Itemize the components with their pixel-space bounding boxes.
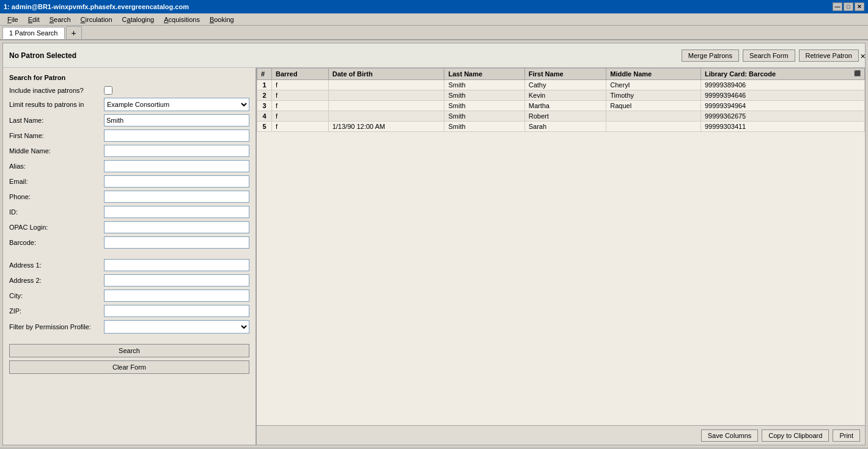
clear-form-button[interactable]: Clear Form xyxy=(9,360,249,374)
phone-label: Phone: xyxy=(9,193,104,200)
cell-last-name: Smith xyxy=(444,111,524,122)
middle-name-row: Middle Name: xyxy=(9,145,249,157)
col-num[interactable]: # xyxy=(257,68,272,80)
email-input[interactable] xyxy=(104,175,249,188)
address2-input[interactable] xyxy=(104,274,249,287)
middle-name-input[interactable] xyxy=(104,145,249,157)
patron-bar-buttons: Merge Patrons Search Form Retrieve Patro… xyxy=(682,49,859,62)
title-bar: 1: admin@BR1-winxpvmfx.phasefx.evergreen… xyxy=(0,0,868,13)
phone-input[interactable] xyxy=(104,191,249,203)
col-last-name[interactable]: Last Name xyxy=(444,68,524,80)
menu-file[interactable]: File xyxy=(2,15,23,24)
cell-barred: f xyxy=(272,111,329,122)
col-library-card[interactable]: Library Card: Barcode ⬛ xyxy=(701,68,864,80)
cell-last-name: Smith xyxy=(444,80,524,90)
table-row[interactable]: 2 f Smith Kevin Timothy 99999394646 xyxy=(257,90,865,101)
search-button[interactable]: Search xyxy=(9,344,249,357)
city-label: City: xyxy=(9,292,104,299)
menu-edit[interactable]: Edit xyxy=(23,15,45,24)
inactive-label: Include inactive patrons? xyxy=(9,87,104,94)
tab-add-button[interactable]: + xyxy=(66,26,82,39)
alias-row: Alias: xyxy=(9,160,249,172)
col-barred[interactable]: Barred xyxy=(272,68,329,80)
results-panel: # Barred Date of Birth Last Name First N… xyxy=(257,68,865,445)
cell-dob: 1/13/90 12:00 AM xyxy=(328,122,444,132)
menu-search[interactable]: Search xyxy=(45,15,76,24)
cell-middle-name: Raquel xyxy=(606,101,701,111)
email-label: Email: xyxy=(9,178,104,185)
last-name-label: Last Name: xyxy=(9,117,104,124)
alias-input[interactable] xyxy=(104,160,249,172)
barcode-row: Barcode: xyxy=(9,236,249,249)
city-row: City: xyxy=(9,290,249,302)
title-text: 1: admin@BR1-winxpvmfx.phasefx.evergreen… xyxy=(4,3,833,10)
col-middle-name[interactable]: Middle Name xyxy=(606,68,701,80)
patron-status: No Patron Selected xyxy=(9,51,682,60)
city-input[interactable] xyxy=(104,290,249,302)
table-row[interactable]: 3 f Smith Martha Raquel 99999394964 xyxy=(257,101,865,111)
table-row[interactable]: 5 f 1/13/90 12:00 AM Smith Sarah 9999930… xyxy=(257,122,865,132)
id-input[interactable] xyxy=(104,206,249,218)
menu-bar: File Edit Search Circulation Cataloging … xyxy=(0,13,868,26)
search-form-button[interactable]: Search Form xyxy=(743,49,795,62)
inactive-checkbox[interactable] xyxy=(104,86,112,95)
minimize-button[interactable]: — xyxy=(833,2,842,11)
limit-select[interactable]: Example Consortium xyxy=(104,98,249,111)
cell-barred: f xyxy=(272,101,329,111)
cell-middle-name: Cheryl xyxy=(606,80,701,90)
cell-num: 5 xyxy=(257,122,272,132)
first-name-label: First Name: xyxy=(9,132,104,139)
first-name-row: First Name: xyxy=(9,130,249,142)
table-row[interactable]: 4 f Smith Robert 99999362675 xyxy=(257,111,865,122)
cell-library-card: 99999362675 xyxy=(701,111,864,122)
cell-dob xyxy=(328,80,444,90)
cell-num: 4 xyxy=(257,111,272,122)
cell-last-name: Smith xyxy=(444,90,524,101)
menu-acquisitions[interactable]: Acquisitions xyxy=(159,15,205,24)
menu-booking[interactable]: Booking xyxy=(205,15,239,24)
print-button[interactable]: Print xyxy=(833,429,860,442)
cell-first-name: Sarah xyxy=(524,122,606,132)
address1-row: Address 1: xyxy=(9,259,249,271)
first-name-input[interactable] xyxy=(104,130,249,142)
results-tbody: 1 f Smith Cathy Cheryl 99999389406 2 f S… xyxy=(257,80,865,132)
retrieve-patron-button[interactable]: Retrieve Patron xyxy=(799,49,859,62)
last-name-input[interactable] xyxy=(104,114,249,126)
cell-library-card: 99999389406 xyxy=(701,80,864,90)
search-form-title: Search for Patron xyxy=(9,74,249,81)
merge-patrons-button[interactable]: Merge Patrons xyxy=(682,49,739,62)
close-icon[interactable]: ✕ xyxy=(860,53,866,60)
col-dob[interactable]: Date of Birth xyxy=(328,68,444,80)
menu-cataloging[interactable]: Cataloging xyxy=(117,15,160,24)
tab-patron-search[interactable]: 1 Patron Search xyxy=(2,27,65,39)
address2-row: Address 2: xyxy=(9,274,249,287)
table-row[interactable]: 1 f Smith Cathy Cheryl 99999389406 xyxy=(257,80,865,90)
col-first-name[interactable]: First Name xyxy=(524,68,606,80)
filter-select[interactable] xyxy=(104,320,249,334)
opac-login-label: OPAC Login: xyxy=(9,224,104,231)
opac-login-input[interactable] xyxy=(104,221,249,233)
cell-middle-name xyxy=(606,111,701,122)
cell-first-name: Martha xyxy=(524,101,606,111)
save-columns-button[interactable]: Save Columns xyxy=(701,429,759,442)
filter-label: Filter by Permission Profile: xyxy=(9,323,104,330)
limit-label: Limit results to patrons in xyxy=(9,101,104,108)
phone-row: Phone: xyxy=(9,191,249,203)
last-name-row: Last Name: xyxy=(9,114,249,126)
section-gap xyxy=(9,252,249,259)
cell-barred: f xyxy=(272,90,329,101)
zip-input[interactable] xyxy=(104,305,249,317)
cell-last-name: Smith xyxy=(444,122,524,132)
tab-bar: 1 Patron Search + ✕ xyxy=(0,26,868,40)
close-button[interactable]: ✕ xyxy=(855,2,864,11)
cell-num: 3 xyxy=(257,101,272,111)
menu-circulation[interactable]: Circulation xyxy=(76,15,117,24)
alias-label: Alias: xyxy=(9,162,104,170)
results-table-wrapper[interactable]: # Barred Date of Birth Last Name First N… xyxy=(257,68,865,425)
copy-to-clipboard-button[interactable]: Copy to Clipboard xyxy=(762,429,829,442)
cell-middle-name xyxy=(606,122,701,132)
barcode-input[interactable] xyxy=(104,236,249,249)
search-form: Search for Patron Include inactive patro… xyxy=(3,68,257,445)
maximize-button[interactable]: □ xyxy=(844,2,853,11)
address1-input[interactable] xyxy=(104,259,249,271)
